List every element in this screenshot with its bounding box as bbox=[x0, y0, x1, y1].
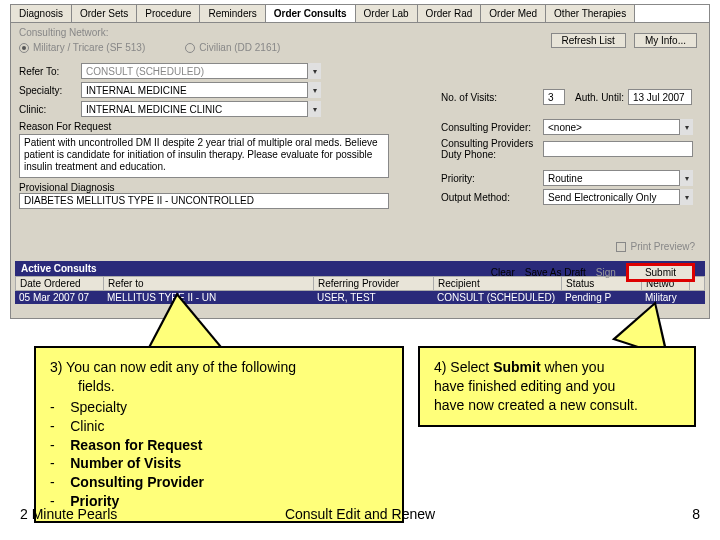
tab-diagnosis[interactable]: Diagnosis bbox=[11, 5, 72, 22]
slide-footer: 2 Minute Pearls Consult Edit and Renew 8 bbox=[0, 506, 720, 522]
duty-phone-field[interactable] bbox=[543, 141, 693, 157]
radio-icon bbox=[185, 43, 195, 53]
chevron-down-icon[interactable] bbox=[679, 189, 693, 205]
auth-until-label: Auth. Until: bbox=[575, 92, 624, 103]
right-form-block: No. of Visits: 3 Auth. Until: 13 Jul 200… bbox=[441, 89, 703, 208]
provisional-diagnosis-field[interactable]: DIABETES MELLITUS TYPE II - UNCONTROLLED bbox=[19, 193, 389, 209]
tab-other-therapies[interactable]: Other Therapies bbox=[546, 5, 635, 22]
footer-left: 2 Minute Pearls bbox=[20, 506, 117, 522]
radio-military: Military / Tricare (SF 513) bbox=[19, 42, 145, 53]
radio-icon bbox=[19, 43, 29, 53]
consulting-provider-field[interactable]: <none> bbox=[543, 119, 693, 135]
tab-order-lab[interactable]: Order Lab bbox=[356, 5, 418, 22]
chevron-down-icon[interactable] bbox=[307, 82, 321, 98]
chevron-down-icon[interactable] bbox=[307, 63, 321, 79]
footer-page-number: 8 bbox=[692, 506, 700, 522]
output-method-label: Output Method: bbox=[441, 192, 539, 203]
consulting-provider-label: Consulting Provider: bbox=[441, 122, 539, 133]
tab-order-sets[interactable]: Order Sets bbox=[72, 5, 137, 22]
clinic-label: Clinic: bbox=[19, 104, 73, 115]
chevron-down-icon[interactable] bbox=[307, 101, 321, 117]
tab-order-consults[interactable]: Order Consults bbox=[266, 5, 356, 22]
duty-phone-label: Consulting ProvidersDuty Phone: bbox=[441, 138, 539, 160]
app-window: Diagnosis Order Sets Procedure Reminders… bbox=[10, 4, 710, 319]
tab-order-med[interactable]: Order Med bbox=[481, 5, 546, 22]
tab-procedure[interactable]: Procedure bbox=[137, 5, 200, 22]
refer-to-field[interactable]: CONSULT (SCHEDULED) bbox=[81, 63, 321, 79]
visits-field[interactable]: 3 bbox=[543, 89, 565, 105]
callout-step-3: 3) You can now edit any of the following… bbox=[34, 346, 404, 523]
specialty-field[interactable]: INTERNAL MEDICINE bbox=[81, 82, 321, 98]
priority-label: Priority: bbox=[441, 173, 539, 184]
save-draft-link[interactable]: Save As Draft bbox=[525, 267, 586, 278]
table-row[interactable]: 05 Mar 2007 07 MELLITUS TYPE II - UN USE… bbox=[15, 291, 705, 304]
footer-center: Consult Edit and Renew bbox=[285, 506, 435, 522]
sign-link: Sign bbox=[596, 267, 616, 278]
specialty-label: Specialty: bbox=[19, 85, 73, 96]
callout-step-4: 4) Select Submit when you have finished … bbox=[418, 346, 696, 427]
auth-until-field[interactable]: 13 Jul 2007 bbox=[628, 89, 692, 105]
clinic-field[interactable]: INTERNAL MEDICINE CLINIC bbox=[81, 101, 321, 117]
refer-to-label: Refer To: bbox=[19, 66, 73, 77]
tab-bar: Diagnosis Order Sets Procedure Reminders… bbox=[11, 5, 709, 23]
radio-civilian: Civilian (DD 2161) bbox=[185, 42, 280, 53]
reason-textarea[interactable]: Patient with uncontrolled DM II despite … bbox=[19, 134, 389, 178]
tab-reminders[interactable]: Reminders bbox=[200, 5, 265, 22]
chevron-down-icon[interactable] bbox=[679, 170, 693, 186]
chevron-down-icon[interactable] bbox=[679, 119, 693, 135]
my-info-button[interactable]: My Info... bbox=[634, 33, 697, 48]
refresh-list-button[interactable]: Refresh List bbox=[551, 33, 626, 48]
output-method-field[interactable]: Send Electronically Only bbox=[543, 189, 693, 205]
print-preview-checkbox[interactable] bbox=[616, 242, 626, 252]
priority-field[interactable]: Routine bbox=[543, 170, 693, 186]
submit-button[interactable]: Submit bbox=[626, 263, 695, 282]
print-preview-label: Print Preview? bbox=[631, 241, 695, 252]
tab-order-rad[interactable]: Order Rad bbox=[418, 5, 482, 22]
visits-label: No. of Visits: bbox=[441, 92, 539, 103]
clear-link[interactable]: Clear bbox=[491, 267, 515, 278]
